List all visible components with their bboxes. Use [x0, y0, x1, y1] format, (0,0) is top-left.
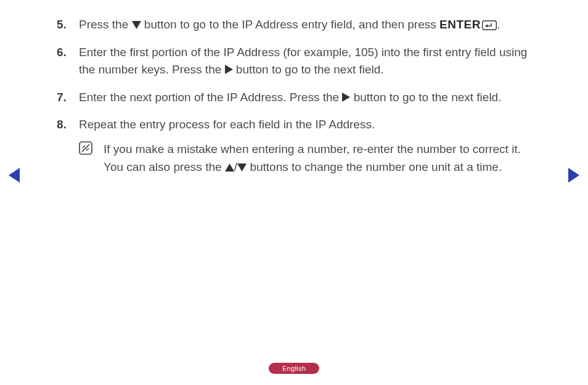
- text-segment: button to go to the next field.: [350, 91, 501, 104]
- svg-marker-3: [225, 65, 233, 74]
- step-number: 8.: [57, 116, 79, 134]
- down-triangle-icon: [132, 21, 141, 29]
- instruction-list: 5. Press the button to go to the IP Addr…: [57, 16, 537, 176]
- svg-rect-1: [483, 21, 497, 30]
- step-5: 5. Press the button to go to the IP Addr…: [57, 16, 537, 34]
- step-text: Repeat the entry process for each field …: [79, 116, 537, 134]
- step-text: Press the button to go to the IP Address…: [79, 16, 537, 34]
- note-icon-wrap: [79, 140, 104, 176]
- svg-marker-11: [9, 168, 20, 183]
- svg-marker-4: [342, 93, 350, 102]
- note-block: If you make a mistake when entering a nu…: [79, 140, 537, 176]
- svg-marker-10: [237, 164, 247, 172]
- text-segment: button to go to the next field.: [233, 63, 384, 76]
- note-text: If you make a mistake when entering a nu…: [104, 140, 537, 176]
- svg-line-8: [86, 148, 89, 151]
- text-segment: buttons to change the number one unit at…: [247, 160, 502, 173]
- step-number: 7.: [57, 89, 79, 107]
- text-segment: Enter the next portion of the IP Address…: [79, 91, 342, 104]
- manual-page: 5. Press the button to go to the IP Addr…: [0, 0, 588, 385]
- text-segment: Press the: [79, 18, 132, 31]
- enter-key-icon: [482, 20, 497, 30]
- svg-line-7: [83, 146, 85, 148]
- text-segment: button to go to the IP Address entry fie…: [141, 18, 439, 31]
- right-triangle-icon: [225, 65, 233, 74]
- up-triangle-icon: [225, 164, 234, 172]
- step-6: 6. Enter the first portion of the IP Add…: [57, 44, 537, 79]
- prev-page-button[interactable]: [9, 168, 20, 183]
- language-indicator: English: [269, 363, 319, 374]
- step-7: 7. Enter the next portion of the IP Addr…: [57, 89, 537, 107]
- step-text: Enter the first portion of the IP Addres…: [79, 44, 537, 79]
- step-8: 8. Repeat the entry process for each fie…: [57, 116, 537, 134]
- next-page-button[interactable]: [568, 168, 579, 183]
- svg-marker-9: [225, 164, 234, 172]
- down-triangle-icon: [237, 164, 247, 172]
- step-number: 6.: [57, 44, 79, 79]
- note-icon: [79, 141, 92, 155]
- svg-marker-0: [132, 21, 141, 29]
- step-text: Enter the next portion of the IP Address…: [79, 89, 537, 107]
- text-segment: .: [497, 18, 500, 31]
- svg-marker-2: [485, 24, 488, 28]
- right-triangle-icon: [342, 93, 350, 102]
- svg-marker-12: [568, 168, 579, 183]
- step-number: 5.: [57, 16, 79, 34]
- enter-label: ENTER: [439, 18, 481, 31]
